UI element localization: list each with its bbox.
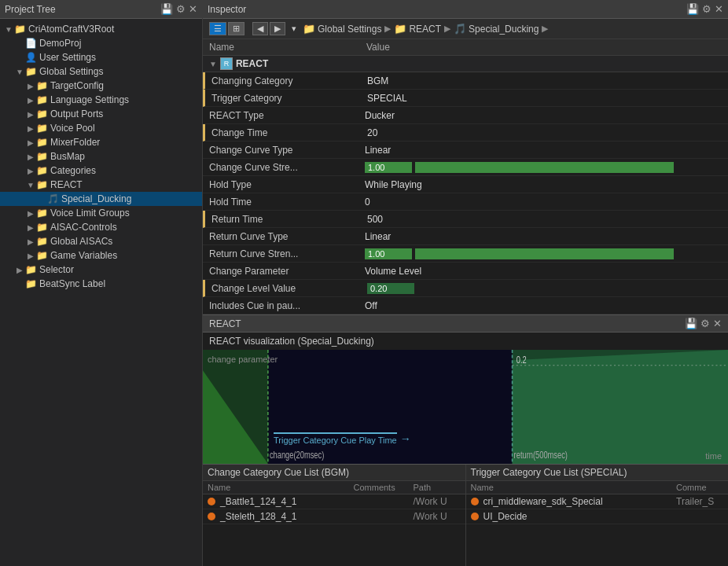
change-cue-list-header: Change Category Cue List (BGM) (203, 465, 465, 481)
tree-item-gamevariables[interactable]: ▶ 📁 Game Variables (0, 248, 202, 263)
prop-row-11[interactable]: Change Parameter Volume Level (203, 263, 728, 280)
viz-close-icon[interactable]: ✕ (713, 318, 722, 329)
prop-value-12[interactable]: 0.20 (362, 281, 728, 296)
tree-item-outputports[interactable]: ▶ 📁 Output Ports (0, 107, 202, 121)
tree-item-langsettings[interactable]: ▶ 📁 Language Settings (0, 93, 202, 107)
prop-row-9[interactable]: Return Curve Type Linear (203, 228, 728, 245)
tree-item-usersettings[interactable]: 👤 User Settings (0, 50, 202, 64)
tree-item-voicelimitgroups[interactable]: ▶ 📁 Voice Limit Groups (0, 206, 202, 220)
list-view-btn[interactable]: ☰ (209, 22, 226, 35)
trigger-cue-row-1[interactable]: UI_Decide (466, 509, 729, 524)
prop-row-3[interactable]: Change Time 20 (203, 124, 728, 142)
tree-item-special_ducking[interactable]: 🎵 Special_Ducking (0, 192, 202, 206)
inspector-close-icon[interactable]: ✕ (715, 3, 723, 15)
viz-settings-icon[interactable]: ⚙ (700, 318, 710, 329)
trigger-label-row: Trigger Category Cue Play Time → (274, 432, 411, 445)
tree-item-selector[interactable]: ▶ 📁 Selector (0, 263, 202, 277)
trigger-cue-row-0[interactable]: cri_middleware_sdk_Special Trailer_S (466, 494, 729, 509)
save-icon[interactable]: 💾 (160, 3, 173, 15)
prop-row-10[interactable]: Return Curve Stren... 1.00 (203, 245, 728, 263)
bar-value-5[interactable]: 1.00 (365, 162, 412, 173)
tree-item-busmap[interactable]: ▶ 📁 BusMap (0, 149, 202, 164)
settings-icon[interactable]: ⚙ (176, 3, 186, 15)
prop-value-10[interactable]: 1.00 (360, 247, 728, 261)
change-cue-row-0[interactable]: _Battle1_124_4_1 /Work U (203, 494, 465, 509)
prop-value-text-13: Off (365, 300, 377, 311)
prop-row-13[interactable]: Includes Cue in pau... Off (203, 297, 728, 314)
nav-dropdown[interactable]: ▾ (292, 24, 296, 34)
prop-value-text-8: 500 (367, 214, 383, 225)
tree-item-mixerfolder[interactable]: ▶ 📁 MixerFolder (0, 135, 202, 149)
folder-icon-voicelimitgroups: 📁 (36, 208, 48, 219)
tree-item-react[interactable]: ▼ 📁 REACT (0, 178, 202, 192)
folder-icon-global: 📁 (303, 23, 315, 35)
label-beatsynclabel: BeatSync Label (39, 278, 105, 289)
prop-row-8[interactable]: Return Time 500 (203, 211, 728, 228)
breadcrumb-global-settings[interactable]: 📁 Global Settings (303, 23, 381, 35)
prop-row-5[interactable]: Change Curve Stre... 1.00 (203, 159, 728, 176)
nav-back-btn[interactable]: ◀ (252, 22, 268, 35)
inspector-table: ▼ R REACT Changing Category BGM Trigger … (203, 56, 728, 314)
folder-icon-categories: 📁 (36, 165, 48, 176)
change-cue-rows: _Battle1_124_4_1 /Work U _Steleth_128_4_… (203, 494, 465, 566)
prop-value-text-2: Ducker (365, 110, 395, 121)
label-globalaisacs: Global AISACs (50, 236, 112, 247)
inspector-save-icon[interactable]: 💾 (686, 3, 699, 15)
prop-row-1[interactable]: Trigger Category SPECIAL (203, 90, 728, 107)
inspector-settings-icon[interactable]: ⚙ (702, 3, 711, 15)
prop-name-4: Change Curve Type (203, 143, 360, 157)
trigger-cue-rows: cri_middleware_sdk_Special Trailer_S UI_… (466, 494, 729, 566)
trigger-col-comme: Comme (676, 483, 723, 492)
tree-item-demoproj[interactable]: 📄 DemoProj (0, 36, 202, 50)
prop-row-7[interactable]: Hold Time 0 (203, 193, 728, 211)
arrow-targetconfig: ▶ (25, 82, 36, 90)
grid-view-btn[interactable]: ⊞ (228, 22, 245, 35)
breadcrumb-special-ducking[interactable]: 🎵 Special_Ducking (454, 23, 539, 35)
prop-value-7: 0 (360, 195, 728, 209)
change-cue-row-1[interactable]: _Steleth_128_4_1 /Work U (203, 509, 465, 524)
arrow-root: ▼ (3, 25, 14, 34)
label-react: REACT (50, 179, 83, 190)
prop-name-0: Changing Category (205, 74, 362, 88)
prop-row-0[interactable]: Changing Category BGM (203, 72, 728, 90)
smallbar-value-12[interactable]: 0.20 (367, 283, 414, 294)
folder-icon-special_ducking: 🎵 (47, 193, 59, 204)
prop-value-1: SPECIAL (362, 91, 728, 105)
folder-icon-globalaisacs: 📁 (36, 236, 48, 247)
nav-forward-btn[interactable]: ▶ (270, 22, 285, 35)
react-group-icon: R (220, 57, 233, 70)
prop-value-8: 500 (362, 212, 728, 226)
special-ducking-icon: 🎵 (454, 23, 466, 35)
prop-value-9: Linear (360, 230, 728, 244)
prop-name-12: Change Level Value (205, 281, 362, 296)
prop-row-6[interactable]: Hold Type While Playing (203, 176, 728, 193)
tree-item-globalsettings[interactable]: ▼ 📁 Global Settings (0, 64, 202, 79)
arrow-categories: ▶ (25, 167, 36, 175)
prop-name-7: Hold Time (203, 195, 360, 209)
prop-row-2[interactable]: REACT Type Ducker (203, 107, 728, 124)
breadcrumb-react[interactable]: 📁 REACT (394, 23, 441, 35)
tree-item-beatsynclabel[interactable]: 📁 BeatSync Label (0, 277, 202, 291)
bar-value-10[interactable]: 1.00 (365, 248, 412, 259)
label-voicelimitgroups: Voice Limit Groups (50, 208, 130, 219)
trigger-cue-col-headers: Name Comme (466, 481, 729, 494)
tree-item-categories[interactable]: ▶ 📁 Categories (0, 164, 202, 178)
tree-item-voicepool[interactable]: ▶ 📁 Voice Pool (0, 121, 202, 135)
tree-item-root[interactable]: ▼ 📁 CriAtomCraftV3Root (0, 22, 202, 36)
prop-value-5[interactable]: 1.00 (360, 160, 728, 175)
tree-item-globalaisacs[interactable]: ▶ 📁 Global AISACs (0, 234, 202, 248)
close-left-icon[interactable]: ✕ (189, 3, 197, 15)
prop-row-4[interactable]: Change Curve Type Linear (203, 142, 728, 159)
cue-name-change-1: _Steleth_128_4_1 (220, 511, 349, 522)
tree-item-targetconfig[interactable]: ▶ 📁 TargetConfig (0, 79, 202, 93)
react-viz-header-title: REACT (209, 318, 241, 329)
viz-save-icon[interactable]: 💾 (685, 318, 697, 329)
col-name-header: Name (209, 42, 366, 53)
react-viz-header-icons: 💾 ⚙ ✕ (685, 318, 722, 329)
folder-icon-react: 📁 (394, 23, 406, 35)
cue-name-trigger-1: UI_Decide (483, 511, 672, 522)
arrow-aisaccontrols: ▶ (25, 223, 36, 232)
prop-row-12[interactable]: Change Level Value 0.20 (203, 280, 728, 297)
project-tree-header-icons: 💾 ⚙ ✕ (160, 3, 197, 15)
tree-item-aisaccontrols[interactable]: ▶ 📁 AISAC-Controls (0, 220, 202, 234)
